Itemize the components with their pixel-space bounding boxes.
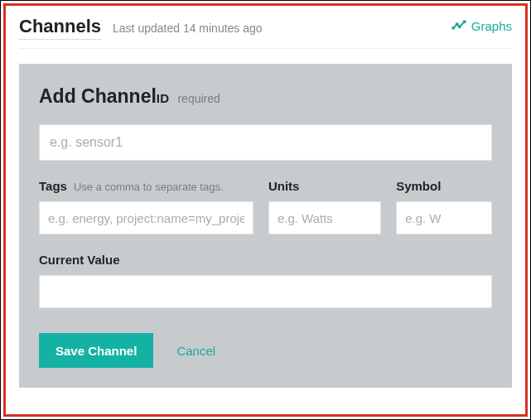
graphs-link-label: Graphs — [471, 19, 512, 33]
symbol-field: Symbol — [396, 179, 492, 234]
tags-input[interactable] — [39, 201, 253, 234]
current-value-label: Current Value — [39, 253, 492, 267]
page-header: Channels Last updated 14 minutes ago Gra… — [19, 16, 512, 49]
svg-point-2 — [458, 26, 460, 27]
highlight-frame: Channels Last updated 14 minutes ago Gra… — [3, 3, 528, 417]
units-input[interactable] — [268, 201, 381, 234]
svg-point-3 — [463, 21, 465, 22]
units-label: Units — [268, 179, 300, 193]
tags-label: Tags — [39, 179, 67, 193]
current-value-input[interactable] — [39, 275, 492, 308]
window-frame: Channels Last updated 14 minutes ago Gra… — [0, 0, 531, 420]
form-heading-id: ID — [157, 91, 170, 105]
tags-hint: Use a comma to separate tags. — [74, 181, 224, 193]
svg-point-0 — [452, 27, 454, 29]
form-actions: Save Channel Cancel — [39, 333, 492, 368]
form-heading: Add ChannelID required — [39, 85, 492, 108]
add-channel-form: Add ChannelID required Tags Use a comma … — [19, 64, 512, 388]
form-heading-main: Add Channel — [39, 85, 157, 107]
save-channel-button[interactable]: Save Channel — [39, 333, 153, 368]
field-row: Tags Use a comma to separate tags. Units… — [39, 179, 492, 234]
tags-field: Tags Use a comma to separate tags. — [39, 179, 253, 234]
graphs-link[interactable]: Graphs — [451, 17, 512, 35]
page-title: Channels — [19, 16, 101, 40]
channel-id-input[interactable] — [39, 124, 492, 161]
units-field: Units — [268, 179, 381, 234]
graph-icon — [451, 17, 466, 35]
symbol-input[interactable] — [396, 201, 492, 234]
svg-point-1 — [456, 23, 457, 25]
symbol-label: Symbol — [396, 179, 441, 193]
current-value-field: Current Value — [39, 253, 492, 308]
form-heading-required: required — [177, 92, 220, 105]
header-left: Channels Last updated 14 minutes ago — [19, 16, 263, 40]
cancel-button[interactable]: Cancel — [176, 344, 215, 358]
last-updated-text: Last updated 14 minutes ago — [113, 22, 263, 35]
